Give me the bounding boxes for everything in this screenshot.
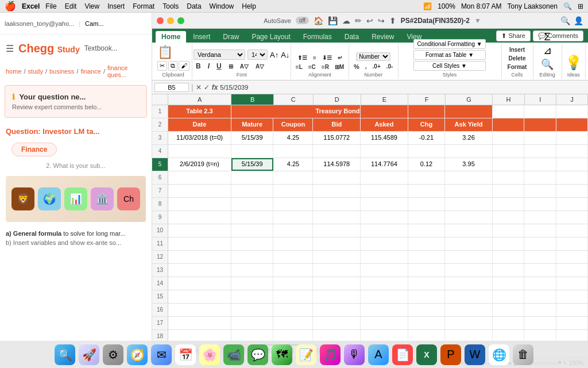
menu-file[interactable]: File xyxy=(45,2,56,10)
cell-b18[interactable] xyxy=(231,330,274,342)
cell-c18[interactable] xyxy=(273,330,313,342)
cell-h1[interactable] xyxy=(493,105,524,118)
percent-button[interactable]: % xyxy=(351,63,362,71)
tab-formulas[interactable]: Formulas xyxy=(297,31,338,43)
dock-maps[interactable]: 🗺 xyxy=(272,344,292,365)
cell-d15[interactable] xyxy=(313,290,361,303)
cell-d3[interactable]: 115.0772 xyxy=(313,132,361,144)
cell-f16[interactable] xyxy=(408,304,445,316)
cell-d8[interactable] xyxy=(313,198,361,210)
cell-h3[interactable] xyxy=(493,132,524,144)
up-arrow-icon[interactable]: ⬆ xyxy=(389,16,396,25)
cell-f13[interactable] xyxy=(408,264,445,277)
cell-reference-box[interactable] xyxy=(154,83,189,92)
autosave-toggle[interactable]: off xyxy=(296,17,309,24)
cell-a11[interactable] xyxy=(168,237,231,250)
cell-d12[interactable] xyxy=(313,251,361,263)
cell-i15[interactable] xyxy=(524,290,556,303)
share-button[interactable]: ⬆ Share xyxy=(496,30,530,41)
cell-f14[interactable] xyxy=(408,277,445,290)
search-ribbon-icon[interactable]: 🔍 xyxy=(560,16,570,25)
cell-j15[interactable] xyxy=(556,290,588,303)
maximize-button[interactable] xyxy=(177,17,184,24)
cell-d2[interactable]: Bid xyxy=(313,118,361,131)
cell-j4[interactable] xyxy=(556,145,588,158)
cell-b16[interactable] xyxy=(231,304,274,316)
formula-cancel-button[interactable]: ✕ xyxy=(196,83,202,91)
cell-b13[interactable] xyxy=(231,264,274,277)
col-header-i[interactable]: I xyxy=(525,94,556,105)
cell-f10[interactable] xyxy=(408,224,445,237)
cell-j5[interactable] xyxy=(556,158,588,171)
breadcrumb-home[interactable]: home xyxy=(6,68,22,75)
cell-j7[interactable] xyxy=(556,185,588,197)
comma-button[interactable]: , xyxy=(363,63,369,71)
cell-j9[interactable] xyxy=(556,211,588,224)
cell-c10[interactable] xyxy=(273,224,313,237)
cell-j6[interactable] xyxy=(556,171,588,184)
cell-a8[interactable] xyxy=(168,198,231,210)
cell-a17[interactable] xyxy=(168,317,231,329)
dock-powerpoint[interactable]: P xyxy=(440,344,461,365)
cell-b3[interactable]: 5/15/39 xyxy=(231,132,274,144)
cell-g11[interactable] xyxy=(445,237,493,250)
cell-g10[interactable] xyxy=(445,224,493,237)
search-icon[interactable]: 🔍 xyxy=(563,2,572,10)
cell-e3[interactable]: 115.4589 xyxy=(361,132,408,144)
cell-b8[interactable] xyxy=(231,198,274,210)
cell-b6[interactable] xyxy=(231,171,274,184)
cell-h15[interactable] xyxy=(493,290,524,303)
conditional-formatting-button[interactable]: Conditional Formatting ▼ xyxy=(413,39,485,49)
cell-i3[interactable] xyxy=(524,132,556,144)
cell-styles-button[interactable]: Cell Styles ▼ xyxy=(413,61,485,71)
dock-podcasts[interactable]: 🎙 xyxy=(344,344,365,365)
cell-g6[interactable] xyxy=(445,171,493,184)
tab-draw[interactable]: Draw xyxy=(217,31,245,43)
cell-i5[interactable] xyxy=(524,158,556,171)
cell-j14[interactable] xyxy=(556,277,588,290)
cell-e17[interactable] xyxy=(361,317,408,329)
cell-b1[interactable] xyxy=(231,105,273,118)
cell-h12[interactable] xyxy=(493,251,524,263)
col-header-j[interactable]: J xyxy=(556,94,588,105)
cell-g9[interactable] xyxy=(445,211,493,224)
cell-i18[interactable] xyxy=(524,330,556,342)
dock-calendar[interactable]: 📅 xyxy=(175,344,196,365)
ideas-icon[interactable]: 💡 xyxy=(565,55,582,71)
cell-b10[interactable] xyxy=(231,224,274,237)
cell-i1[interactable] xyxy=(524,105,556,118)
cell-f12[interactable] xyxy=(408,251,445,263)
col-header-a[interactable]: A xyxy=(168,94,231,105)
cell-c16[interactable] xyxy=(273,304,313,316)
cell-g5[interactable]: 3.95 xyxy=(445,158,493,171)
cells-format-button[interactable]: Format xyxy=(505,63,529,71)
cell-c14[interactable] xyxy=(273,277,313,290)
format-painter-icon[interactable]: 🖌 xyxy=(179,61,189,71)
cell-h5[interactable] xyxy=(493,158,524,171)
cell-a4[interactable] xyxy=(168,145,231,158)
align-bottom-icon[interactable]: ⬇☰ xyxy=(320,54,334,62)
col-header-c[interactable]: C xyxy=(274,94,314,105)
cell-i13[interactable] xyxy=(524,264,556,277)
cell-h17[interactable] xyxy=(493,317,524,329)
apple-menu-icon[interactable]: 🍎 xyxy=(5,1,16,12)
chegg-cam-link[interactable]: Cam... xyxy=(85,20,103,27)
paste-icon[interactable]: 📋 xyxy=(157,45,189,60)
cell-e18[interactable] xyxy=(361,330,408,342)
cell-a6[interactable] xyxy=(168,171,231,184)
menu-insert[interactable]: Insert xyxy=(107,2,125,10)
menu-window[interactable]: Window xyxy=(210,2,234,10)
cell-e4[interactable] xyxy=(361,145,408,158)
cell-d10[interactable] xyxy=(313,224,361,237)
font-color-button[interactable]: A▽ xyxy=(253,63,266,70)
undo-icon[interactable]: ↩ xyxy=(366,16,373,25)
cell-i12[interactable] xyxy=(524,251,556,263)
tab-home[interactable]: Home xyxy=(156,31,186,43)
cell-e16[interactable] xyxy=(361,304,408,316)
cells-delete-button[interactable]: Delete xyxy=(506,55,528,62)
home-icon[interactable]: 🏠 xyxy=(314,16,323,25)
cell-f1[interactable] xyxy=(408,105,445,118)
cell-e14[interactable] xyxy=(361,277,408,290)
cell-g1[interactable] xyxy=(445,105,493,118)
cell-e9[interactable] xyxy=(361,211,408,224)
